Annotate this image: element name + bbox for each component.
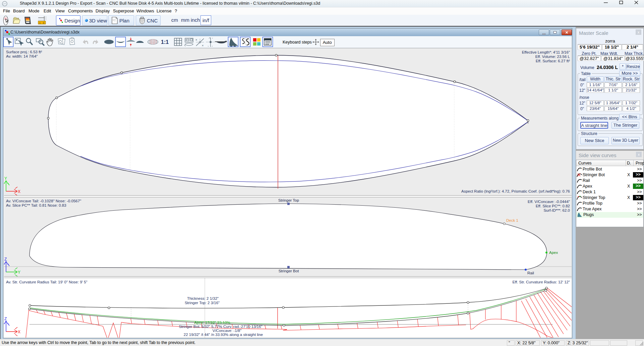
svg-text:Av. V/Concave Tail: -0.1028": Av. V/Concave Tail: -0.1028" Nose: -0.05… (6, 199, 81, 203)
svg-text:Stringer Bot: Stringer Bot (279, 269, 299, 273)
svg-text:×: × (202, 44, 203, 47)
svg-text:Av. Str. Curvature Radius Tail: Av. Str. Curvature Radius Tail: 19' 0" N… (6, 280, 87, 284)
svg-text:Eff. V/Concave: -0.0444": Eff. V/Concave: -0.0444" (528, 200, 570, 204)
svg-text:Stringer Bot: 5/32" 5.77% Curv: Stringer Bot: 5/32" 5.77% Curv. rad.:27'… (179, 325, 262, 329)
svg-text:Eff. Slice PC**: 0.82: Eff. Slice PC**: 0.82 (536, 204, 570, 208)
svg-text:Rail: Rail (527, 271, 534, 275)
svg-text:Deck 1: Deck 1 (506, 218, 518, 222)
svg-text:0: 0 (43, 22, 44, 24)
svg-text:Y: Y (4, 176, 7, 181)
svg-text:Av. width: 14 7/64": Av. width: 14 7/64" (6, 54, 38, 58)
svg-text:Surf-ID***: 62.0: Surf-ID***: 62.0 (543, 208, 570, 212)
svg-text:Stringer Top: 2 3/16": Stringer Top: 2 3/16" (185, 301, 220, 305)
svg-text:1: 1 (39, 22, 41, 24)
svg-text:Keyboard steps: Keyboard steps (283, 40, 312, 45)
svg-text:Eff. Volume: 23.56 L: Eff. Volume: 23.56 L (535, 55, 570, 59)
svg-text:Effective Length*: 4'11 3/16": Effective Length*: 4'11 3/16" (522, 50, 570, 54)
svg-text:Auto: Auto (323, 40, 332, 45)
svg-text:Av. Slice PC** Tail: 0.81 Nos: Av. Slice PC** Tail: 0.81 Nose: 0.83 (6, 203, 66, 207)
svg-text:Eff. Str. Curvature Radius: 12: Eff. Str. Curvature Radius: 12' 12" (512, 280, 570, 284)
svg-text:Apex: Apex (549, 251, 558, 255)
svg-text:Z: Z (4, 317, 7, 321)
svg-text:1:1: 1:1 (161, 39, 169, 45)
svg-text:Apex: 17/32" 23.10%: Apex: 17/32" 23.10% (194, 321, 230, 325)
svg-text:Stringer Top: Stringer Top (278, 198, 299, 202)
svg-text:Z: Z (4, 257, 7, 262)
svg-text:X: X (18, 330, 20, 334)
svg-text:V/Concave: -1/8": V/Concave: -1/8" (213, 329, 242, 333)
svg-text:Aspect Ratio (lng²/srf.): 4.7: Aspect Ratio (lng²/srf.): 4.72, Prismati… (461, 189, 570, 193)
svg-text:Surface proj.: 6.53 ft²: Surface proj.: 6.53 ft² (6, 50, 42, 54)
svg-text:X: X (18, 189, 20, 194)
svg-text:22 19/32" /t 44" /n 33.93% alo: 22 19/32" /t 44" /n 33.93% along a strai… (184, 333, 263, 337)
svg-text:×: × (195, 38, 197, 42)
svg-text:Eff. Surface: 6.27 ft²: Eff. Surface: 6.27 ft² (536, 59, 570, 63)
svg-text:Y: Y (18, 270, 20, 275)
svg-text:Thickness: 2 1/32": Thickness: 2 1/32" (187, 296, 219, 300)
